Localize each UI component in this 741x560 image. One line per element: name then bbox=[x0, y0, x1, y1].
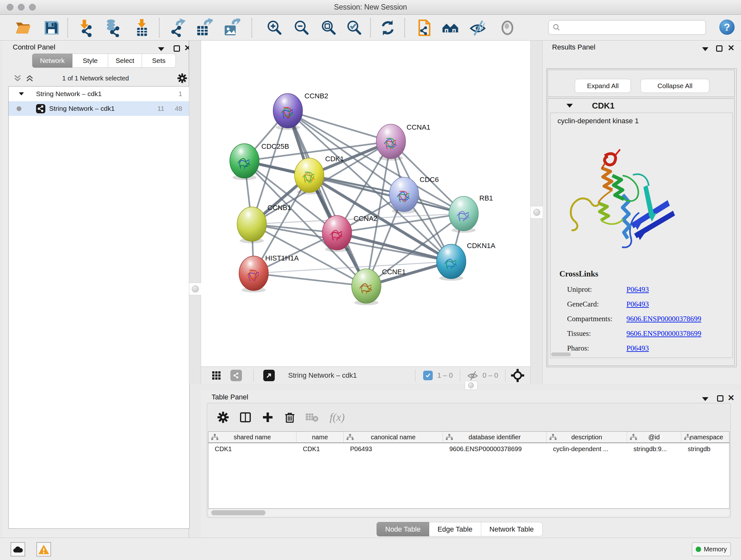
tab-style[interactable]: Style bbox=[72, 54, 108, 68]
network-collection-row[interactable]: String Network – cdk1 1 bbox=[9, 86, 189, 101]
control-panel-menu-button[interactable] bbox=[158, 44, 164, 54]
left-splitter[interactable] bbox=[189, 41, 201, 384]
results-panel-close-button[interactable]: ✕ bbox=[728, 43, 735, 53]
network-edge-CCNB2-CCNE1[interactable] bbox=[288, 111, 366, 286]
save-session-button[interactable] bbox=[41, 17, 62, 38]
show-all-networks-button[interactable] bbox=[441, 17, 461, 38]
network-node-CCNA1[interactable] bbox=[376, 124, 406, 161]
zoom-out-button[interactable] bbox=[291, 17, 312, 38]
table-cell[interactable]: stringdb bbox=[681, 443, 730, 455]
pan-crosshair-icon[interactable] bbox=[511, 368, 525, 382]
column-header-namespace[interactable]: namespace bbox=[681, 432, 730, 442]
table-hscrollbar[interactable] bbox=[208, 509, 730, 516]
import-network-from-file-button[interactable] bbox=[75, 17, 96, 38]
network-canvas[interactable]: CCNB2CCNA1CDC25BCDK1CDC6RB1CCNB1CCNA2CDK… bbox=[201, 41, 530, 367]
table-cell[interactable]: stringdb:9... bbox=[627, 443, 681, 455]
tab-select[interactable]: Select bbox=[108, 54, 142, 68]
network-node-CCNE1[interactable] bbox=[352, 269, 381, 305]
zoom-selected-button[interactable] bbox=[344, 17, 364, 38]
column-header-name[interactable]: name bbox=[296, 432, 344, 442]
statusbar-separator bbox=[415, 369, 415, 382]
expand-all-button[interactable]: Expand All bbox=[575, 79, 631, 93]
table-cell[interactable]: 9606.ENSP00000378699 bbox=[443, 443, 547, 455]
column-header-canonical-name[interactable]: canonical name bbox=[344, 432, 443, 442]
export-network-button[interactable] bbox=[166, 17, 187, 38]
table-cell[interactable]: cyclin-dependent ... bbox=[547, 443, 627, 455]
table-row[interactable]: CDK1CDK1P064939606.ENSP00000378699cyclin… bbox=[208, 443, 729, 455]
table-cell[interactable]: CDK1 bbox=[296, 443, 344, 455]
control-panel-float-button[interactable] bbox=[174, 44, 180, 53]
network-options-gear-icon[interactable] bbox=[177, 73, 188, 84]
table-cell[interactable]: CDK1 bbox=[208, 443, 296, 455]
export-image-button[interactable] bbox=[221, 17, 241, 38]
delete-column-trash-icon[interactable] bbox=[284, 411, 296, 424]
string-results-buttons: Expand All Collapse All bbox=[548, 70, 735, 97]
right-splitter[interactable] bbox=[530, 41, 542, 384]
table-panel-title: Table Panel bbox=[212, 393, 248, 401]
table-panel-float-button[interactable] bbox=[717, 394, 724, 403]
table-settings-gear-icon[interactable] bbox=[217, 411, 229, 424]
hide-selected-button[interactable] bbox=[468, 17, 488, 38]
network-node-CCNB1[interactable] bbox=[237, 207, 266, 243]
left-splitter-handle[interactable] bbox=[189, 283, 202, 295]
network-node-CDC25B[interactable] bbox=[230, 144, 259, 180]
network-overview-toggle[interactable] bbox=[230, 370, 242, 381]
results-panel-menu-button[interactable] bbox=[702, 44, 709, 54]
network-node-RB1[interactable] bbox=[449, 196, 478, 233]
import-table-from-file-button[interactable] bbox=[132, 17, 152, 38]
open-view-in-window-button[interactable] bbox=[263, 370, 275, 381]
search-input[interactable] bbox=[561, 21, 705, 34]
crosslink-value-link[interactable]: 9606.ENSP00000378699 bbox=[626, 315, 701, 323]
crosslink-value-link[interactable]: P06493 bbox=[626, 344, 649, 353]
selected-checkbox-icon[interactable] bbox=[423, 371, 433, 380]
export-table-button[interactable] bbox=[193, 17, 214, 38]
network-node-CDKN1A[interactable] bbox=[436, 244, 466, 281]
tab-network[interactable]: Network bbox=[32, 54, 72, 68]
collection-expand-icon[interactable] bbox=[19, 92, 24, 96]
column-header--id[interactable]: @id bbox=[627, 432, 681, 442]
tab-edge-table[interactable]: Edge Table bbox=[429, 522, 481, 537]
warnings-button[interactable] bbox=[37, 542, 51, 557]
add-column-icon[interactable] bbox=[261, 411, 274, 424]
network-edge-CCNE1-HIST1H1A[interactable] bbox=[254, 273, 366, 286]
network-row[interactable]: String Network – cdk1 11 48 bbox=[9, 101, 189, 116]
column-header-shared-name[interactable]: shared name bbox=[208, 432, 296, 442]
results-hscroll-thumb[interactable] bbox=[551, 353, 571, 356]
horizontal-splitter-handle[interactable] bbox=[465, 381, 477, 390]
right-splitter-handle[interactable] bbox=[530, 206, 543, 219]
refresh-view-button[interactable] bbox=[378, 17, 398, 38]
database-network-icon bbox=[104, 18, 122, 37]
table-panel-menu-button[interactable] bbox=[702, 394, 709, 404]
table-panel-close-button[interactable]: ✕ bbox=[728, 393, 735, 402]
show-columns-icon[interactable] bbox=[239, 411, 252, 424]
network-node-HIST1H1A[interactable] bbox=[239, 256, 268, 293]
node-section-header[interactable]: CDK1 bbox=[548, 99, 734, 113]
crosslink-value-link[interactable]: P06493 bbox=[626, 286, 649, 294]
import-network-from-database-button[interactable] bbox=[103, 17, 123, 38]
table-hscrollbar-thumb[interactable] bbox=[211, 510, 266, 515]
network-node-CCNB2[interactable] bbox=[273, 94, 302, 130]
hidden-eye-slash-icon[interactable] bbox=[467, 369, 479, 381]
zoom-in-button[interactable] bbox=[264, 17, 285, 38]
table-cell[interactable]: P06493 bbox=[344, 443, 443, 455]
show-hidden-button[interactable] bbox=[497, 17, 518, 38]
memory-button[interactable]: Memory bbox=[692, 543, 731, 556]
cloud-status-button[interactable] bbox=[10, 542, 25, 557]
tab-sets[interactable]: Sets bbox=[142, 54, 176, 68]
section-collapse-icon[interactable] bbox=[566, 104, 573, 108]
crosslink-value-link[interactable]: P06493 bbox=[626, 300, 649, 308]
column-header-database-identifier[interactable]: database identifier bbox=[443, 432, 547, 442]
crosslink-value-link[interactable]: 9606.ENSP00000378699 bbox=[626, 329, 701, 338]
open-session-button[interactable] bbox=[13, 17, 34, 38]
collapse-all-button[interactable]: Collapse All bbox=[641, 79, 710, 93]
horizontal-splitter[interactable] bbox=[201, 384, 741, 390]
results-panel-float-button[interactable] bbox=[716, 44, 723, 53]
zoom-fit-button[interactable] bbox=[319, 17, 339, 38]
network-from-document-button[interactable] bbox=[414, 17, 434, 38]
birds-eye-view-icon[interactable] bbox=[211, 370, 221, 381]
column-header-description[interactable]: description bbox=[547, 432, 627, 442]
tab-network-table[interactable]: Network Table bbox=[481, 522, 542, 537]
node-table[interactable]: shared namenamecanonical namedatabase id… bbox=[208, 431, 730, 509]
tab-node-table[interactable]: Node Table bbox=[377, 522, 429, 537]
help-button[interactable]: ? bbox=[719, 19, 735, 35]
